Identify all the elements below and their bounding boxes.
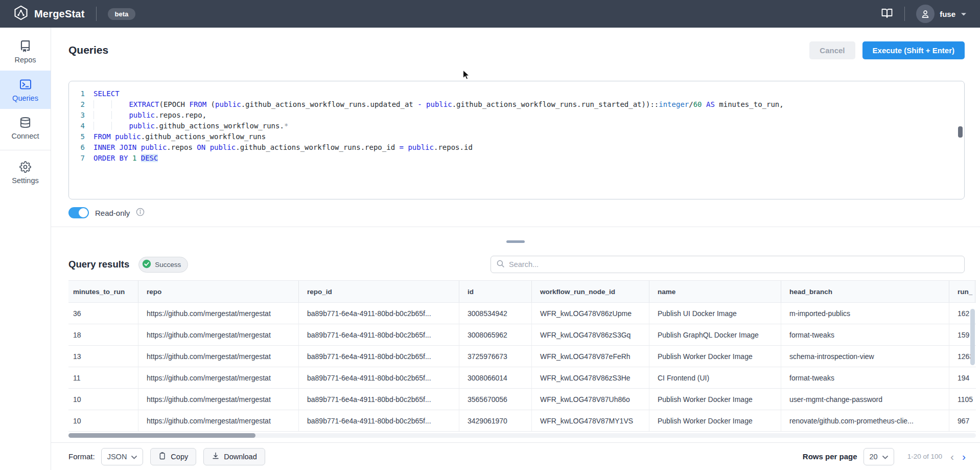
- navbar-divider: [96, 7, 97, 21]
- table-cell: 11: [68, 367, 138, 388]
- sidebar-item-connect[interactable]: Connect: [0, 109, 51, 147]
- table-cell: user-mgmt-change-password: [781, 389, 949, 410]
- table-cell: 36: [68, 303, 138, 324]
- line-number: 3: [69, 111, 94, 119]
- chevron-down-icon: [882, 453, 888, 461]
- line-number: 4: [69, 122, 94, 130]
- readonly-row: Read-only: [51, 199, 980, 227]
- format-value: JSON: [107, 453, 127, 461]
- search-input[interactable]: [509, 260, 959, 268]
- line-number: 7: [69, 154, 94, 162]
- user-menu[interactable]: fuse: [916, 5, 967, 23]
- search-icon: [496, 259, 505, 270]
- sidebar-item-label: Queries: [12, 94, 38, 102]
- info-icon[interactable]: [136, 208, 145, 218]
- navbar-divider: [904, 7, 905, 21]
- top-navbar: MergeStat beta: [0, 0, 980, 28]
- resize-handle[interactable]: [506, 240, 525, 243]
- results-footer: Format: JSON Copy: [51, 442, 980, 470]
- code-line: 7ORDER BY 1 DESC: [69, 152, 964, 163]
- column-header: minutes_to_run: [68, 281, 138, 302]
- results-title: Query results: [68, 259, 129, 270]
- table-cell: ba89b771-6e4a-4911-80bd-b0c2b65f...: [299, 303, 459, 324]
- pagination-range: 1-20 of 100: [907, 453, 942, 460]
- copy-icon: [158, 452, 167, 462]
- code-line: 6INNER JOIN public.repos ON public.githu…: [69, 142, 964, 152]
- sidebar-item-label: Connect: [11, 132, 39, 140]
- line-number: 6: [69, 143, 94, 151]
- table-cell: 10: [68, 389, 138, 410]
- brand-name: MergeStat: [34, 8, 85, 20]
- table-cell: CI Frontend (UI): [649, 367, 781, 388]
- table-cell: https://github.com/mergestat/mergestat: [138, 324, 299, 345]
- table-cell: ba89b771-6e4a-4911-80bd-b0c2b65f...: [299, 410, 459, 431]
- cancel-button[interactable]: Cancel: [809, 41, 855, 59]
- docs-button[interactable]: [881, 7, 893, 21]
- sql-editor[interactable]: 1SELECT2 EXTRACT(EPOCH FROM (public.gith…: [68, 81, 965, 199]
- rows-per-page-select[interactable]: 20: [864, 448, 894, 465]
- sql-code: 1SELECT2 EXTRACT(EPOCH FROM (public.gith…: [69, 88, 964, 163]
- table-cell: https://github.com/mergestat/mergestat: [138, 346, 299, 367]
- table-cell: Publish GraphQL Docker Image: [649, 324, 781, 345]
- code-line: 1SELECT: [69, 88, 964, 99]
- table-cell: renovate/github.com-prometheus-clie...: [781, 410, 949, 431]
- table-horizontal-scrollbar-thumb[interactable]: [68, 433, 255, 438]
- format-label: Format:: [68, 452, 95, 461]
- table-cell: ba89b771-6e4a-4911-80bd-b0c2b65f...: [299, 389, 459, 410]
- rows-per-page-label: Rows per page: [803, 452, 857, 461]
- previous-page-button[interactable]: ‹: [950, 451, 954, 462]
- chevron-down-icon: [961, 9, 967, 18]
- readonly-toggle[interactable]: [68, 207, 89, 218]
- editor-scrollbar-thumb[interactable]: [958, 126, 963, 138]
- panel-splitter: [51, 227, 980, 256]
- column-header: repo: [138, 281, 299, 302]
- column-header: name: [649, 281, 781, 302]
- code-line: 2 EXTRACT(EPOCH FROM (public.github_acti…: [69, 99, 964, 109]
- sidebar-item-settings[interactable]: Settings: [0, 153, 51, 191]
- execute-button[interactable]: Execute (Shift + Enter): [862, 41, 965, 59]
- readonly-label: Read-only: [95, 209, 130, 217]
- table-cell: 10: [68, 410, 138, 431]
- database-icon: [19, 117, 31, 128]
- table-cell: ba89b771-6e4a-4911-80bd-b0c2b65f...: [299, 324, 459, 345]
- table-cell: https://github.com/mergestat/mergestat: [138, 303, 299, 324]
- table-cell: 3429061970: [459, 410, 532, 431]
- format-select[interactable]: JSON: [101, 448, 144, 465]
- table-cell: WFR_kwLOG478V86zUpme: [532, 303, 649, 324]
- table-cell: 967: [949, 410, 975, 431]
- table-cell: format-tweaks: [781, 367, 949, 388]
- table-cell: Publish UI Docker Image: [649, 303, 781, 324]
- table-cell: 3008066014: [459, 367, 532, 388]
- table-cell: WFR_kwLOG478V87Uh86o: [532, 389, 649, 410]
- table-cell: 3725976673: [459, 346, 532, 367]
- terminal-icon: [19, 78, 32, 91]
- brand-home-link[interactable]: MergeStat: [13, 5, 85, 23]
- table-cell: WFR_kwLOG478V87MY1VS: [532, 410, 649, 431]
- table-cell: WFR_kwLOG478V86zS3Gq: [532, 324, 649, 345]
- table-cell: https://github.com/mergestat/mergestat: [138, 389, 299, 410]
- sidebar-item-queries[interactable]: Queries: [0, 71, 51, 109]
- sidebar-item-repos[interactable]: Repos: [0, 33, 51, 71]
- page-header: Queries Cancel Execute (Shift + Enter): [51, 28, 980, 60]
- table-cell: WFR_kwLOG478V86zS3He: [532, 367, 649, 388]
- next-page-button[interactable]: ›: [962, 451, 966, 462]
- download-button[interactable]: Download: [203, 448, 265, 465]
- column-header: workflow_run_node_id: [532, 281, 649, 302]
- line-number: 5: [69, 132, 94, 141]
- gear-icon: [19, 161, 31, 173]
- copy-button[interactable]: Copy: [150, 448, 196, 465]
- download-label: Download: [224, 453, 257, 461]
- column-header: id: [459, 281, 532, 302]
- download-icon: [212, 452, 220, 462]
- repo-icon: [19, 40, 31, 52]
- column-header: head_branch: [781, 281, 949, 302]
- page-title: Queries: [68, 44, 108, 56]
- check-circle-icon: [142, 259, 151, 270]
- table-cell: 194: [949, 367, 975, 388]
- user-name: fuse: [940, 10, 955, 18]
- table-cell: ba89b771-6e4a-4911-80bd-b0c2b65f...: [299, 346, 459, 367]
- table-cell: format-tweaks: [781, 324, 949, 345]
- table-vertical-scrollbar-thumb[interactable]: [970, 309, 975, 365]
- table-cell: 3008534942: [459, 303, 532, 324]
- table-row: 36https://github.com/mergestat/mergestat…: [68, 303, 976, 324]
